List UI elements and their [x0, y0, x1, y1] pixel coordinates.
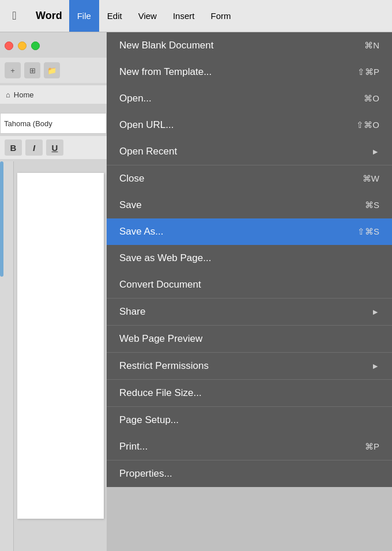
home-tab[interactable]: ⌂ Home [0, 85, 107, 104]
menu-section-reduce: Reduce File Size... [107, 380, 392, 407]
new-doc-icon[interactable]: + [5, 62, 21, 78]
menu-properties-label: Properties... [119, 468, 172, 480]
share-arrow: ► [371, 307, 379, 316]
menu-new-template[interactable]: New from Template... ⇧⌘P [107, 59, 392, 85]
document-page [17, 173, 104, 519]
menu-open-url-label: Open URL... [119, 119, 174, 131]
menu-share[interactable]: Share ► [107, 299, 392, 325]
menu-bar:  Word File Edit View Insert Form [0, 0, 392, 32]
menu-new-blank-shortcut: ⌘N [364, 40, 379, 51]
menu-web-preview-label: Web Page Preview [119, 333, 202, 345]
menu-convert[interactable]: Convert Document [107, 271, 392, 298]
menu-save-label: Save [119, 199, 142, 211]
font-name-text: Tahoma (Body [4, 119, 52, 128]
menu-open-label: Open... [119, 93, 152, 104]
menu-open-recent-label: Open Recent [119, 146, 177, 157]
menu-close-shortcut: ⌘W [363, 173, 379, 184]
menu-new-blank-label: New Blank Document [119, 40, 213, 51]
menu-new-blank[interactable]: New Blank Document ⌘N [107, 32, 392, 59]
menu-save-web[interactable]: Save as Web Page... [107, 245, 392, 271]
home-label: Home [14, 90, 34, 99]
minimize-button[interactable] [18, 41, 27, 50]
menu-section-restrict: Restrict Permissions ► [107, 353, 392, 380]
menu-print-shortcut: ⌘P [365, 441, 379, 452]
menu-save[interactable]: Save ⌘S [107, 192, 392, 218]
menu-restrict-label: Restrict Permissions [119, 360, 209, 372]
font-name-field[interactable]: Tahoma (Body [0, 113, 107, 134]
menu-insert[interactable]: Insert [165, 0, 203, 32]
menu-restrict[interactable]: Restrict Permissions ► [107, 353, 392, 379]
format-buttons: B I U [0, 136, 107, 159]
traffic-lights [5, 41, 40, 50]
menu-print[interactable]: Print... ⌘P [107, 433, 392, 460]
menu-web-preview[interactable]: Web Page Preview [107, 326, 392, 352]
menu-share-label: Share [119, 306, 145, 318]
menu-convert-label: Convert Document [119, 279, 201, 290]
toolbar: + ⊞ 📁 [0, 58, 107, 83]
menu-new-template-shortcut: ⇧⌘P [357, 67, 379, 77]
app-name: Word [29, 10, 69, 22]
menu-close[interactable]: Close ⌘W [107, 165, 392, 192]
menu-save-web-label: Save as Web Page... [119, 252, 211, 264]
bold-button[interactable]: B [5, 139, 22, 156]
menu-open[interactable]: Open... ⌘O [107, 85, 392, 112]
maximize-button[interactable] [31, 41, 40, 50]
italic-button[interactable]: I [25, 139, 43, 156]
menu-save-as-label: Save As... [119, 226, 164, 237]
grid-icon[interactable]: ⊞ [24, 62, 40, 78]
menu-reduce[interactable]: Reduce File Size... [107, 380, 392, 406]
menu-section-save: Close ⌘W Save ⌘S Save As... ⇧⌘S Save as … [107, 165, 392, 299]
menu-page-setup[interactable]: Page Setup... [107, 407, 392, 433]
menu-open-url[interactable]: Open URL... ⇧⌘O [107, 112, 392, 138]
menu-open-shortcut: ⌘O [364, 93, 379, 104]
file-dropdown-menu: New Blank Document ⌘N New from Template.… [107, 32, 392, 487]
close-button[interactable] [5, 41, 13, 50]
menu-section-properties: Properties... [107, 461, 392, 487]
restrict-arrow: ► [371, 361, 379, 371]
menu-print-label: Print... [119, 441, 148, 452]
menu-section-preview: Web Page Preview [107, 326, 392, 353]
menu-close-label: Close [119, 173, 144, 184]
menu-section-share: Share ► [107, 299, 392, 326]
menu-open-recent[interactable]: Open Recent ► [107, 138, 392, 165]
scrollbar[interactable] [0, 161, 3, 277]
apple-logo[interactable]:  [0, 9, 29, 22]
open-recent-arrow: ► [371, 147, 379, 156]
menu-properties[interactable]: Properties... [107, 461, 392, 487]
menu-format[interactable]: Form [202, 0, 239, 32]
menu-edit[interactable]: Edit [99, 0, 130, 32]
menu-view[interactable]: View [130, 0, 165, 32]
menu-section-print: Page Setup... Print... ⌘P [107, 407, 392, 461]
menu-file[interactable]: File [69, 0, 99, 32]
menu-open-url-shortcut: ⇧⌘O [356, 120, 379, 130]
underline-button[interactable]: U [46, 139, 63, 156]
menu-new-template-label: New from Template... [119, 66, 212, 78]
open-icon[interactable]: 📁 [44, 62, 60, 78]
menu-reduce-label: Reduce File Size... [119, 387, 202, 399]
menu-save-shortcut: ⌘S [365, 200, 379, 210]
home-icon: ⌂ [6, 90, 10, 99]
menu-save-as[interactable]: Save As... ⇧⌘S [107, 218, 392, 245]
menu-section-new-open: New Blank Document ⌘N New from Template.… [107, 32, 392, 165]
menu-save-as-shortcut: ⇧⌘S [357, 227, 379, 237]
menu-page-setup-label: Page Setup... [119, 414, 179, 426]
